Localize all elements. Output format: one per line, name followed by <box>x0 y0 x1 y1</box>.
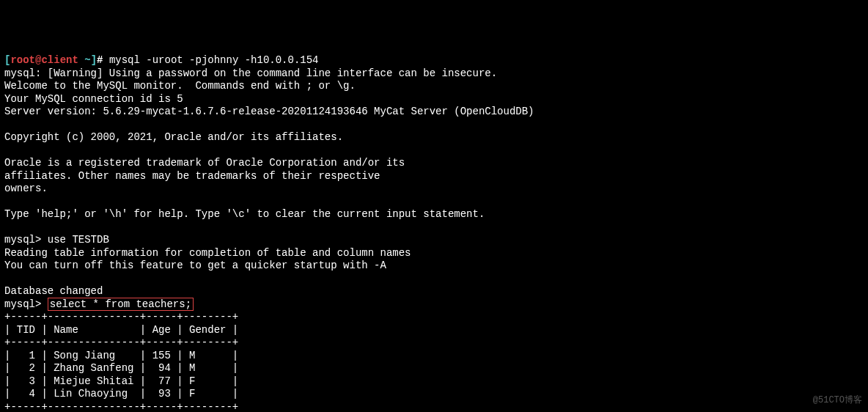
mysql-banner-line: affiliates. Other names may be trademark… <box>4 170 380 182</box>
mysql-banner-line: owners. <box>4 183 48 194</box>
table-border: +-----+---------------+-----+--------+ <box>4 311 238 323</box>
table-row: | 3 | Miejue Shitai | 77 | F | <box>4 375 238 387</box>
watermark: @51CTO博客 <box>813 395 862 406</box>
shell-prompt: [root@client ~]# <box>4 54 103 66</box>
mysql-output-line: You can turn off this feature to get a q… <box>4 260 386 271</box>
table-row: | 4 | Lin Chaoying | 93 | F | <box>4 388 238 400</box>
prompt-user: root <box>10 54 35 66</box>
mysql-banner-line: Your MySQL connection id is 5 <box>4 93 183 105</box>
mysql-prompt: mysql> <box>4 298 48 310</box>
prompt-host: client <box>41 54 78 66</box>
prompt-hash: # <box>97 54 103 66</box>
mysql-banner-line: Welcome to the MySQL monitor. Commands e… <box>4 80 356 92</box>
mysql-banner-line: Server version: 5.6.29-mycat-1.6.7.6-rel… <box>4 106 534 117</box>
table-header: | TID | Name | Age | Gender | <box>4 324 238 336</box>
table-border: +-----+---------------+-----+--------+ <box>4 401 238 413</box>
table-row: | 2 | Zhang Sanfeng | 94 | M | <box>4 362 238 374</box>
shell-command[interactable]: mysql -uroot -pjohnny -h10.0.0.154 <box>109 54 319 66</box>
mysql-banner-line: Oracle is a registered trademark of Orac… <box>4 157 405 169</box>
prompt-path: ~ <box>84 54 90 66</box>
mysql-banner-line: mysql: [Warning] Using a password on the… <box>4 67 497 79</box>
mysql-banner-line: Copyright (c) 2000, 2021, Oracle and/or … <box>4 131 343 143</box>
mysql-prompt: mysql> <box>4 234 48 246</box>
prompt-sep <box>78 54 84 66</box>
table-row: | 1 | Song Jiang | 155 | M | <box>4 350 238 361</box>
table-border: +-----+---------------+-----+--------+ <box>4 336 238 348</box>
mysql-output-line: Reading table information for completion… <box>4 247 411 259</box>
mysql-output-line: Database changed <box>4 285 103 297</box>
bracket-close: ] <box>91 54 97 66</box>
mysql-command[interactable]: use TESTDB <box>48 234 109 246</box>
mysql-command-highlighted[interactable]: select * from teachers; <box>48 298 194 311</box>
mysql-banner-line: Type 'help;' or '\h' for help. Type '\c'… <box>4 208 485 220</box>
